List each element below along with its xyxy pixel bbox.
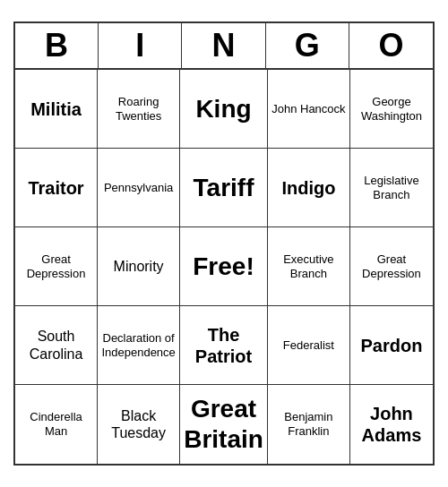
- cell-text: Indigo: [281, 177, 335, 199]
- cell-text: Pennsylvania: [104, 181, 173, 195]
- bingo-cell[interactable]: Traitor: [15, 149, 98, 227]
- bingo-cell[interactable]: Tariff: [180, 149, 268, 227]
- header-letter: O: [349, 23, 433, 68]
- cell-text: Great Britain: [184, 394, 263, 454]
- bingo-cell[interactable]: Militia: [15, 70, 98, 149]
- cell-text: The Patriot: [184, 324, 263, 367]
- bingo-cell[interactable]: Minority: [98, 227, 180, 306]
- cell-text: Black Tuesday: [101, 407, 176, 441]
- bingo-cell[interactable]: Legislative Branch: [350, 149, 433, 227]
- cell-text: Executive Branch: [271, 252, 346, 280]
- cell-text: Benjamin Franklin: [271, 410, 346, 438]
- bingo-cell[interactable]: Cinderella Man: [15, 385, 98, 464]
- cell-text: Legislative Branch: [354, 174, 429, 201]
- cell-text: Roaring Twenties: [101, 95, 176, 123]
- cell-text: John Hancock: [271, 102, 345, 116]
- bingo-cell[interactable]: Declaration of Independence: [98, 306, 180, 385]
- bingo-cell[interactable]: John Hancock: [268, 70, 350, 149]
- bingo-grid: MilitiaRoaring TwentiesKingJohn HancockG…: [15, 70, 433, 464]
- bingo-cell[interactable]: Pardon: [350, 306, 433, 385]
- bingo-cell[interactable]: Great Britain: [180, 385, 268, 464]
- bingo-cell[interactable]: Federalist: [268, 306, 350, 385]
- cell-text: Pardon: [361, 335, 423, 356]
- bingo-cell[interactable]: South Carolina: [15, 306, 98, 385]
- cell-text: Traitor: [28, 177, 83, 199]
- bingo-cell[interactable]: Black Tuesday: [98, 385, 180, 464]
- bingo-cell[interactable]: Great Depression: [350, 227, 433, 306]
- bingo-cell[interactable]: The Patriot: [180, 306, 268, 385]
- cell-text: Declaration of Independence: [101, 331, 176, 359]
- cell-text: Free!: [193, 252, 254, 282]
- cell-text: King: [195, 94, 251, 124]
- bingo-cell[interactable]: Great Depression: [15, 227, 98, 306]
- bingo-cell[interactable]: Executive Branch: [268, 227, 350, 306]
- bingo-cell[interactable]: King: [180, 70, 268, 149]
- bingo-cell[interactable]: John Adams: [350, 385, 433, 464]
- bingo-cell[interactable]: Indigo: [268, 149, 350, 227]
- cell-text: South Carolina: [19, 328, 93, 362]
- cell-text: Cinderella Man: [19, 410, 93, 438]
- header-letter: N: [182, 23, 265, 68]
- cell-text: John Adams: [354, 403, 429, 446]
- header-letter: I: [99, 23, 182, 68]
- cell-text: George Washington: [354, 95, 429, 123]
- cell-text: Great Depression: [354, 252, 429, 280]
- cell-text: Great Depression: [19, 252, 93, 280]
- bingo-card: BINGO MilitiaRoaring TwentiesKingJohn Ha…: [13, 21, 435, 466]
- bingo-cell[interactable]: Roaring Twenties: [98, 70, 180, 149]
- bingo-header: BINGO: [15, 23, 433, 70]
- bingo-cell[interactable]: Free!: [180, 227, 268, 306]
- bingo-cell[interactable]: Pennsylvania: [98, 149, 180, 227]
- cell-text: Minority: [114, 258, 164, 275]
- bingo-cell[interactable]: Benjamin Franklin: [268, 385, 350, 464]
- cell-text: Tariff: [194, 173, 254, 203]
- cell-text: Militia: [30, 98, 82, 120]
- header-letter: B: [15, 23, 99, 68]
- bingo-cell[interactable]: George Washington: [350, 70, 433, 149]
- cell-text: Federalist: [283, 338, 334, 353]
- header-letter: G: [266, 23, 349, 68]
